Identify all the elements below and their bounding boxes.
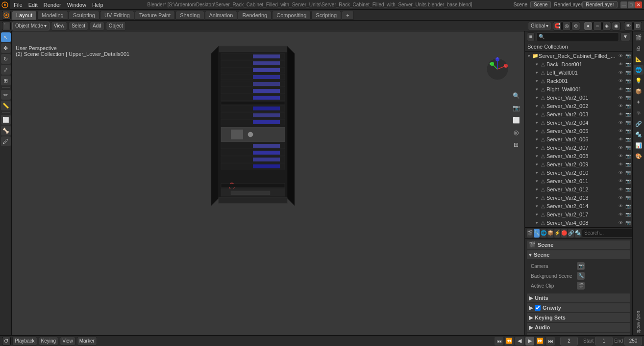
prop-tab-material-side[interactable]: 🎨: [634, 151, 644, 161]
outliner-item-rack001[interactable]: ▾ △ Rack001 👁 📷: [525, 77, 632, 85]
outliner-item-server-var2-012[interactable]: ▾ △ Server_Var2_012 👁 📷: [525, 185, 632, 193]
outliner-item-upper-lower-details[interactable]: ▾ △ Upper_Lower_Details001 👁 📷: [525, 227, 632, 227]
outliner-search[interactable]: 🔍: [536, 32, 619, 41]
tool-annotate[interactable]: ✏: [1, 90, 11, 100]
gizmo-toggle[interactable]: ⊞: [633, 22, 642, 30]
prop-tab-render-side[interactable]: 🎬: [634, 32, 644, 42]
outliner-item-server-var2-008[interactable]: ▾ △ Server_Var2_008 👁 📷: [525, 152, 632, 160]
viewport[interactable]: User Perspective (2) Scene Collection | …: [12, 31, 524, 335]
gravity-header[interactable]: ▶ Gravity: [527, 303, 630, 312]
tab-add-new[interactable]: +: [342, 11, 353, 20]
rend-icon[interactable]: 📷: [624, 203, 631, 210]
vis-icon[interactable]: 👁: [617, 119, 624, 126]
expand-icon[interactable]: ▾: [534, 162, 540, 167]
play-btn[interactable]: ▶: [525, 337, 534, 346]
active-clip-icon-btn[interactable]: 🎬: [577, 282, 585, 290]
prop-tab-modifiers[interactable]: 🔩: [575, 229, 581, 238]
outliner-item-server-var2-005[interactable]: ▾ △ Server_Var2_005 👁 📷: [525, 127, 632, 135]
viewport-render-region[interactable]: ⬜: [511, 115, 521, 126]
rend-icon[interactable]: 📷: [624, 94, 631, 101]
rend-icon[interactable]: 📷: [624, 169, 631, 176]
prop-tab-view-layer-side[interactable]: 📐: [634, 54, 644, 64]
rend-icon[interactable]: 📷: [624, 178, 631, 185]
rend-icon[interactable]: 📷: [624, 119, 631, 126]
outliner-item-server-var2-001[interactable]: ▾ △ Server_Var2_001 👁 📷: [525, 93, 632, 102]
vis-icon[interactable]: 👁: [617, 86, 624, 93]
select-menu[interactable]: Select: [69, 22, 88, 30]
expand-icon[interactable]: ▾: [534, 120, 540, 125]
marker-menu[interactable]: Marker: [77, 337, 97, 346]
expand-icon[interactable]: ▾: [534, 104, 540, 108]
rend-icon[interactable]: 📷: [624, 194, 631, 201]
expand-icon[interactable]: ▾: [534, 195, 540, 200]
rend-icon[interactable]: 📷: [624, 211, 631, 218]
playback-menu[interactable]: Playback: [12, 337, 37, 346]
prop-tab-scene-side[interactable]: 🌐: [634, 65, 644, 75]
outliner-item-server-var2-007[interactable]: ▾ △ Server_Var2_007 👁 📷: [525, 143, 632, 152]
tool-grease-pencil[interactable]: 🖊: [1, 136, 11, 146]
expand-icon[interactable]: ▾: [534, 179, 540, 184]
expand-icon[interactable]: ▾: [534, 137, 540, 142]
play-reverse-btn[interactable]: ◀: [515, 337, 524, 346]
outliner-item-server-var2-004[interactable]: ▾ △ Server_Var2_004 👁 📷: [525, 118, 632, 127]
tool-transform[interactable]: ⊞: [1, 76, 11, 85]
viewport-overlay-toggle[interactable]: 👁: [624, 22, 633, 30]
bg-scene-icon-btn[interactable]: 🔧: [577, 272, 585, 280]
tool-add-cube[interactable]: ⬜: [1, 115, 11, 125]
tab-shading[interactable]: Shading: [175, 11, 204, 20]
view-menu[interactable]: View: [51, 22, 68, 30]
menu-file[interactable]: File: [11, 0, 25, 10]
outliner-item-server-var2-002[interactable]: ▾ △ Server_Var2_002 👁 📷: [525, 102, 632, 110]
prop-tab-render[interactable]: 🎬: [527, 229, 533, 238]
tab-modeling[interactable]: Modeling: [37, 11, 68, 20]
jump-prev-key-btn[interactable]: ⏪: [505, 337, 514, 346]
vis-icon[interactable]: 👁: [617, 103, 624, 109]
tool-move[interactable]: ✥: [1, 43, 11, 53]
tool-pose[interactable]: 🦴: [1, 126, 11, 135]
current-frame-input[interactable]: 2: [560, 337, 578, 346]
outliner-item-right-wall[interactable]: ▾ △ Right_Wall001 👁 📷: [525, 85, 632, 93]
prop-tab-physics-side[interactable]: ⚛: [634, 108, 644, 118]
expand-icon[interactable]: ▾: [534, 204, 540, 209]
end-frame-input[interactable]: 250: [624, 337, 642, 346]
prop-tab-world-side[interactable]: 💡: [634, 76, 644, 85]
viewport-shading-material[interactable]: ◉: [612, 22, 620, 30]
outliner-item-server-var2-003[interactable]: ▾ △ Server_Var2_003 👁 📷: [525, 110, 632, 118]
vis-icon[interactable]: 👁: [617, 219, 624, 226]
close-button[interactable]: ✕: [635, 1, 642, 8]
rend-icon[interactable]: 📷: [624, 136, 631, 143]
outliner-content[interactable]: ▾ 📁 Server_Rack_Cabinet_Filled_with_Serv…: [525, 52, 632, 227]
blender-logo[interactable]: [0, 0, 10, 10]
tool-scale[interactable]: ⤢: [1, 65, 11, 75]
tool-cursor[interactable]: ↖: [1, 32, 11, 42]
viewport-hide-overlay[interactable]: ◎: [511, 127, 521, 138]
menu-help[interactable]: Help: [89, 0, 106, 10]
render-layer-name-top[interactable]: RenderLayer: [582, 1, 618, 8]
expand-icon[interactable]: ▾: [534, 220, 540, 225]
rend-icon[interactable]: 📷: [624, 86, 631, 93]
snap-magnet-icon[interactable]: 🧲: [553, 22, 562, 30]
vis-icon[interactable]: 👁: [617, 194, 624, 201]
rend-icon[interactable]: 📷: [624, 153, 631, 160]
expand-icon[interactable]: ▾: [534, 112, 540, 117]
outliner-item-left-wall[interactable]: ▾ △ Left_Wall001 👁 📷: [525, 68, 632, 77]
outliner-filter-btn[interactable]: ▼: [620, 32, 630, 41]
viewport-zoom-in[interactable]: 🔍: [511, 90, 521, 101]
tab-scripting[interactable]: Scripting: [311, 11, 341, 20]
prop-tab-particles-side[interactable]: ✦: [634, 97, 644, 107]
rend-icon[interactable]: 📷: [624, 161, 631, 168]
outliner-item-server-var4-008[interactable]: ▾ △ Server_Var4_008 👁 📷: [525, 218, 632, 227]
outliner-item-server-var2-011[interactable]: ▾ △ Server_Var2_011 👁 📷: [525, 177, 632, 185]
camera-icon-btn[interactable]: 📷: [577, 262, 585, 270]
proportional-edit-icon[interactable]: ◎: [562, 22, 571, 30]
expand-icon[interactable]: ▾: [534, 79, 540, 83]
prop-tab-world[interactable]: 🌐: [541, 229, 546, 238]
scene-name[interactable]: Scene: [530, 1, 551, 8]
nav-gizmo[interactable]: X Y Z: [485, 57, 510, 81]
rend-icon[interactable]: 📷: [624, 186, 631, 193]
viewport-camera-view[interactable]: 📷: [511, 103, 521, 113]
expand-icon[interactable]: ▾: [534, 62, 540, 67]
editor-type-icon[interactable]: ⬛: [2, 22, 11, 30]
outliner-menu-icon[interactable]: ≡: [527, 32, 535, 41]
expand-icon[interactable]: ▾: [534, 95, 540, 100]
